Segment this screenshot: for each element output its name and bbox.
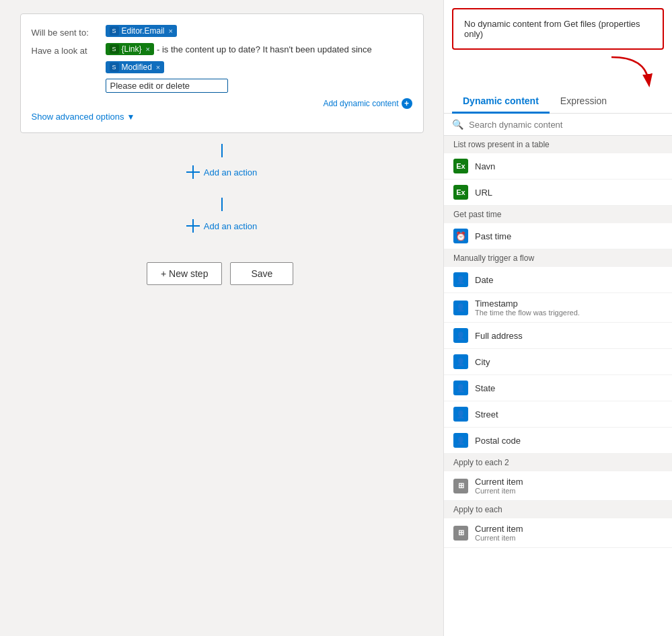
dynamic-item-postal-code[interactable]: 👤 Postal code xyxy=(444,428,672,454)
editor-email-icon: S xyxy=(110,26,119,36)
tab-dynamic-content[interactable]: Dynamic content xyxy=(452,90,550,114)
add-dynamic-label: Add dynamic content xyxy=(323,99,398,108)
current-item-text: Current item Current item xyxy=(475,524,523,542)
edit-delete-input[interactable] xyxy=(106,79,228,93)
editor-email-tag[interactable]: S Editor.Email × xyxy=(106,25,177,37)
editor-email-close[interactable]: × xyxy=(169,27,173,35)
current-item-subtitle: Current item xyxy=(475,534,523,542)
date-text: Date xyxy=(475,275,493,285)
svg-rect-1 xyxy=(192,165,194,179)
dynamic-item-current-item-2[interactable]: ⊞ Current item Current item xyxy=(444,471,672,501)
modified-close[interactable]: × xyxy=(156,63,160,71)
section-header-manually-trigger: Manually trigger a flow xyxy=(444,249,672,267)
search-dynamic-input[interactable] xyxy=(469,120,664,130)
panel-tabs: Dynamic content Expression xyxy=(444,90,672,114)
street-title: Street xyxy=(475,409,498,420)
tab-expression-label: Expression xyxy=(560,95,607,106)
current-item-2-subtitle: Current item xyxy=(475,487,523,495)
action-card: Will be sent to: S Editor.Email × Have a… xyxy=(20,13,424,133)
dynamic-item-past-time[interactable]: ⏰ Past time xyxy=(444,223,672,249)
timestamp-subtitle: The time the flow was triggered. xyxy=(475,309,580,317)
navn-icon: Ex xyxy=(453,159,468,173)
tab-expression[interactable]: Expression xyxy=(550,90,618,114)
dynamic-item-state[interactable]: 👤 State xyxy=(444,375,672,401)
navn-title: Navn xyxy=(475,161,495,171)
add-action-label-1: Add an action xyxy=(204,167,258,177)
new-step-button[interactable]: + New step xyxy=(147,262,222,285)
editor-email-text: Editor.Email xyxy=(122,26,165,36)
no-dynamic-text: No dynamic content from Get files (prope… xyxy=(464,19,640,39)
add-action-btn-2[interactable]: Add an action xyxy=(186,219,258,233)
postal-code-icon: 👤 xyxy=(453,433,468,448)
date-title: Date xyxy=(475,275,493,285)
connector-line-1 xyxy=(221,144,223,157)
modified-value: S Modified × xyxy=(106,61,412,73)
section-header-get-past-time: Get past time xyxy=(444,206,672,223)
dynamic-item-url[interactable]: Ex URL xyxy=(444,180,672,206)
city-icon: 👤 xyxy=(453,354,468,369)
link-tag-icon: S xyxy=(110,44,119,54)
link-tag[interactable]: S {Link} × xyxy=(106,43,154,55)
tab-dynamic-content-label: Dynamic content xyxy=(463,95,539,106)
have-a-look-value: S {Link} × - is the content up to date? … xyxy=(106,43,412,55)
modified-tag-icon: S xyxy=(110,63,119,72)
right-panel: No dynamic content from Get files (prope… xyxy=(443,0,672,636)
is-content-text: - is the content up to date? It hasn't b… xyxy=(157,44,372,54)
state-icon: 👤 xyxy=(453,381,468,395)
no-dynamic-container: No dynamic content from Get files (prope… xyxy=(444,0,672,58)
link-tag-close[interactable]: × xyxy=(146,45,150,53)
timestamp-icon: 👤 xyxy=(453,301,468,315)
svg-rect-3 xyxy=(192,219,194,233)
edit-delete-value xyxy=(106,79,412,93)
url-icon: Ex xyxy=(453,185,468,200)
full-address-title: Full address xyxy=(475,331,523,341)
dynamic-item-city[interactable]: 👤 City xyxy=(444,349,672,375)
modified-row: S Modified × xyxy=(32,61,412,73)
url-title: URL xyxy=(475,188,492,198)
postal-code-text: Postal code xyxy=(475,436,521,446)
past-time-title: Past time xyxy=(475,231,511,241)
add-dynamic-icon: + xyxy=(402,98,412,109)
new-step-label: + New step xyxy=(161,268,208,279)
add-action-section-1: Add an action xyxy=(20,144,424,187)
show-advanced-options[interactable]: Show advanced options ▼ xyxy=(32,112,412,122)
edit-delete-row xyxy=(32,79,412,93)
full-address-icon: 👤 xyxy=(453,328,468,343)
current-item-2-title: Current item xyxy=(475,477,523,487)
full-address-text: Full address xyxy=(475,331,523,341)
city-text: City xyxy=(475,357,490,367)
street-icon: 👤 xyxy=(453,407,468,422)
add-dynamic-link[interactable]: Add dynamic content + xyxy=(32,98,412,109)
dynamic-item-current-item[interactable]: ⊞ Current item Current item xyxy=(444,518,672,548)
save-label: Save xyxy=(251,268,272,279)
past-time-icon: ⏰ xyxy=(453,229,468,243)
add-action-btn-1[interactable]: Add an action xyxy=(186,165,258,179)
current-item-2-icon: ⊞ xyxy=(453,479,468,493)
show-advanced-label: Show advanced options xyxy=(32,112,124,122)
will-be-sent-to-label: Will be sent to: xyxy=(32,25,106,38)
dynamic-item-navn[interactable]: Ex Navn xyxy=(444,153,672,180)
section-header-apply-each-2: Apply to each 2 xyxy=(444,454,672,471)
postal-code-title: Postal code xyxy=(475,436,521,446)
current-item-icon: ⊞ xyxy=(453,526,468,541)
date-icon: 👤 xyxy=(453,272,468,287)
modified-tag-text: Modified xyxy=(122,63,152,72)
dynamic-item-timestamp[interactable]: 👤 Timestamp The time the flow was trigge… xyxy=(444,293,672,323)
dynamic-item-date[interactable]: 👤 Date xyxy=(444,267,672,293)
link-tag-text: {Link} xyxy=(122,44,142,54)
state-title: State xyxy=(475,383,495,393)
no-dynamic-box: No dynamic content from Get files (prope… xyxy=(452,8,664,50)
timestamp-text: Timestamp The time the flow was triggere… xyxy=(475,299,580,317)
timestamp-title: Timestamp xyxy=(475,299,580,309)
section-header-list-rows: List rows present in a table xyxy=(444,136,672,153)
modified-tag[interactable]: S Modified × xyxy=(106,61,165,73)
dynamic-item-full-address[interactable]: 👤 Full address xyxy=(444,323,672,349)
section-header-apply-each: Apply to each xyxy=(444,501,672,518)
will-be-sent-to-row: Will be sent to: S Editor.Email × xyxy=(32,25,412,38)
edit-delete-label-spacer xyxy=(32,79,106,81)
navn-text: Navn xyxy=(475,161,495,171)
bottom-buttons: + New step Save xyxy=(147,262,293,285)
dynamic-item-street[interactable]: 👤 Street xyxy=(444,401,672,428)
save-button[interactable]: Save xyxy=(230,262,293,285)
have-a-look-label: Have a look at xyxy=(32,43,106,56)
